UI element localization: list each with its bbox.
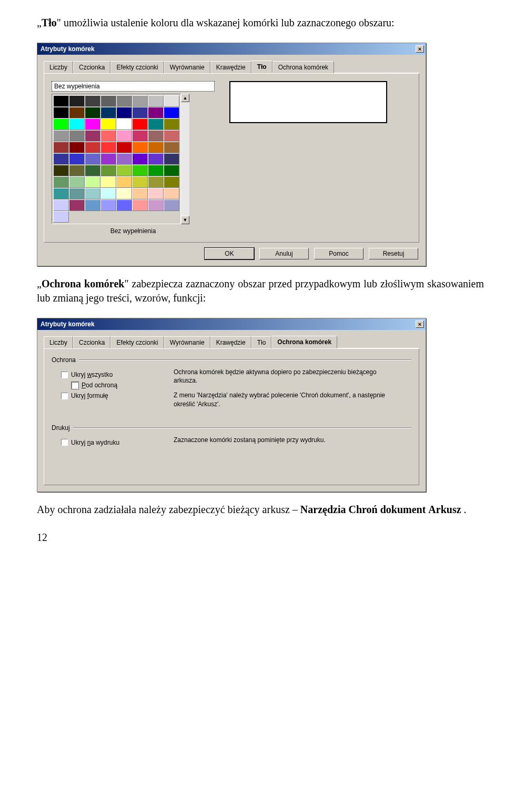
color-swatch[interactable] — [164, 165, 179, 176]
color-swatch[interactable] — [53, 153, 69, 165]
tab-czcionka[interactable]: Czcionka — [73, 61, 110, 73]
color-swatch[interactable] — [53, 188, 69, 199]
color-swatch[interactable] — [100, 118, 116, 130]
color-swatch[interactable] — [69, 118, 85, 130]
color-swatch[interactable] — [148, 95, 164, 107]
color-swatch[interactable] — [100, 165, 116, 176]
tab-krawedzie[interactable]: Krawędzie — [210, 61, 251, 73]
color-swatch[interactable] — [85, 153, 100, 165]
tab-tlo[interactable]: Tło — [251, 61, 272, 73]
color-swatch[interactable] — [164, 107, 179, 118]
color-swatch[interactable] — [132, 176, 148, 188]
color-swatch[interactable] — [116, 153, 132, 165]
color-swatch[interactable] — [53, 176, 69, 188]
color-swatch[interactable] — [132, 153, 148, 165]
tab-wyrownanie[interactable]: Wyrównanie — [164, 61, 210, 73]
color-swatch[interactable] — [116, 176, 132, 188]
tab-ochrona[interactable]: Ochrona komórek — [272, 61, 334, 73]
color-swatch[interactable] — [148, 165, 164, 176]
color-swatch[interactable] — [116, 107, 132, 118]
color-swatch[interactable] — [100, 107, 116, 118]
color-swatch[interactable] — [164, 130, 179, 142]
color-swatch[interactable] — [164, 95, 179, 107]
color-swatch[interactable] — [132, 95, 148, 107]
swatch-scrollbar[interactable]: ▲ ▼ — [181, 94, 189, 224]
color-swatch[interactable] — [69, 199, 85, 211]
color-swatch[interactable] — [69, 165, 85, 176]
color-swatch[interactable] — [132, 118, 148, 130]
color-swatch[interactable] — [53, 118, 69, 130]
color-swatch[interactable] — [53, 107, 69, 118]
color-swatch[interactable] — [164, 188, 179, 199]
color-swatch[interactable] — [100, 142, 116, 153]
color-swatch[interactable] — [100, 95, 116, 107]
tab2-tlo[interactable]: Tło — [251, 336, 272, 348]
color-swatch[interactable] — [85, 130, 100, 142]
tab2-czcionka[interactable]: Czcionka — [73, 336, 110, 348]
tab-efekty[interactable]: Efekty czcionki — [110, 61, 164, 73]
color-swatch[interactable] — [69, 153, 85, 165]
color-swatch[interactable] — [100, 153, 116, 165]
color-swatch[interactable] — [116, 165, 132, 176]
color-swatch[interactable] — [116, 188, 132, 199]
color-swatch[interactable] — [164, 199, 179, 211]
scroll-down-icon[interactable]: ▼ — [181, 216, 189, 224]
color-swatch[interactable] — [53, 199, 69, 211]
tab2-liczby[interactable]: Liczby — [44, 336, 73, 348]
color-swatch[interactable] — [69, 176, 85, 188]
ok-button[interactable]: OK — [205, 248, 254, 259]
tab2-wyrownanie[interactable]: Wyrównanie — [164, 336, 210, 348]
color-swatch[interactable] — [132, 130, 148, 142]
no-fill-option[interactable]: Bez wypełnienia — [52, 81, 215, 92]
color-swatch[interactable] — [85, 165, 100, 176]
color-swatch[interactable] — [100, 130, 116, 142]
color-swatch[interactable] — [116, 142, 132, 153]
color-swatch[interactable] — [85, 199, 100, 211]
checkbox-ukryj-formule[interactable]: Ukryj formułę — [61, 392, 162, 399]
color-swatch[interactable] — [132, 107, 148, 118]
help-button[interactable]: Pomoc — [314, 248, 363, 259]
color-swatch[interactable] — [85, 107, 100, 118]
color-swatch[interactable] — [100, 188, 116, 199]
color-swatch[interactable] — [148, 176, 164, 188]
color-swatch[interactable] — [85, 95, 100, 107]
color-swatch[interactable] — [85, 188, 100, 199]
scroll-up-icon[interactable]: ▲ — [181, 94, 189, 102]
color-swatch[interactable] — [69, 142, 85, 153]
checkbox-pod-ochrona[interactable]: Pod ochroną — [61, 382, 162, 389]
color-swatch[interactable] — [148, 107, 164, 118]
color-swatch[interactable] — [148, 118, 164, 130]
color-swatch[interactable] — [53, 165, 69, 176]
tab2-ochrona[interactable]: Ochrona komórek — [271, 336, 337, 348]
color-swatch[interactable] — [69, 130, 85, 142]
color-swatch[interactable] — [116, 199, 132, 211]
color-swatch[interactable] — [132, 165, 148, 176]
color-swatch[interactable] — [85, 118, 100, 130]
color-swatch[interactable] — [148, 130, 164, 142]
color-swatch[interactable] — [100, 199, 116, 211]
color-swatch[interactable] — [132, 199, 148, 211]
color-swatch[interactable] — [148, 188, 164, 199]
color-swatch[interactable] — [132, 142, 148, 153]
checkbox-ukryj-na-wydruku[interactable]: Ukryj na wydruku — [61, 439, 162, 446]
color-swatch[interactable] — [53, 142, 69, 153]
color-swatch[interactable] — [53, 95, 69, 107]
color-swatch[interactable] — [164, 153, 179, 165]
close-icon[interactable]: × — [416, 45, 424, 53]
color-swatch[interactable] — [148, 142, 164, 153]
color-swatch[interactable] — [132, 188, 148, 199]
color-swatch[interactable] — [164, 118, 179, 130]
color-swatch[interactable] — [116, 130, 132, 142]
color-swatch[interactable] — [164, 142, 179, 153]
color-swatch[interactable] — [85, 142, 100, 153]
color-swatch[interactable] — [164, 176, 179, 188]
color-swatch[interactable] — [69, 188, 85, 199]
tab-liczby[interactable]: Liczby — [44, 61, 73, 73]
color-swatch[interactable] — [100, 176, 116, 188]
color-swatch[interactable] — [85, 176, 100, 188]
color-swatch[interactable] — [69, 95, 85, 107]
color-swatch[interactable] — [116, 95, 132, 107]
tab2-krawedzie[interactable]: Krawędzie — [210, 336, 251, 348]
color-swatch[interactable] — [53, 130, 69, 142]
reset-button[interactable]: Resetuj — [369, 248, 418, 259]
